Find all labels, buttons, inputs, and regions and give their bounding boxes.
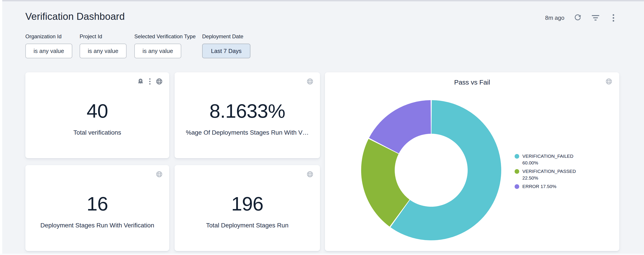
kebab-dots	[149, 78, 150, 85]
kpi-label: Deployment Stages Run With Verification	[25, 222, 169, 229]
globe-icon[interactable]	[156, 78, 163, 85]
kpi-label: Total verifications	[25, 129, 169, 136]
verification-dashboard: Verification Dashboard 8m ago Organizati…	[0, 0, 644, 255]
refresh-icon[interactable]	[573, 13, 582, 22]
kpi-value: 16	[25, 194, 169, 214]
filter-label: Organization Id	[25, 33, 72, 40]
kebab-menu-icon[interactable]	[609, 13, 618, 22]
tile-total-deployment-stages-run: 196 Total Deployment Stages Run	[174, 165, 320, 251]
kpi-value: 40	[25, 101, 169, 121]
filter-deployment-date: Deployment Date Last 7 Days	[202, 33, 250, 58]
kpi-label: %age Of Deployments Stages Run With V…	[174, 129, 320, 136]
top-divider	[0, 0, 644, 1]
tile-icons	[306, 170, 314, 178]
tile-total-verifications: 40 Total verifications	[25, 72, 169, 158]
filter-icon-bars	[592, 15, 599, 21]
header-actions: 8m ago	[545, 13, 618, 23]
filter-label: Deployment Date	[202, 33, 250, 40]
filter-selected-verification-type: Selected Verification Type is any value	[134, 33, 196, 58]
kpi-value: 8.1633%	[174, 101, 320, 121]
filter-value-organization-id[interactable]: is any value	[25, 44, 72, 58]
last-refresh-time: 8m ago	[545, 15, 564, 21]
legend-swatch	[514, 184, 519, 189]
filter-value-selected-verification-type[interactable]: is any value	[134, 44, 181, 58]
legend-item-verification-failed[interactable]: VERIFICATION_FAILED 60.00%	[514, 153, 576, 166]
left-edge-strip	[0, 0, 2, 255]
kpi-value: 196	[174, 194, 320, 214]
globe-icon[interactable]	[156, 170, 163, 178]
kebab-dots	[613, 14, 614, 22]
filter-organization-id: Organization Id is any value	[25, 33, 72, 58]
chart-legend: VERIFICATION_FAILED 60.00% VERIFICATION_…	[514, 153, 576, 190]
tile-icons	[306, 78, 314, 85]
filter-icon[interactable]	[591, 13, 600, 22]
legend-label: VERIFICATION_PASSED 22.50%	[522, 168, 576, 181]
alert-bell-icon[interactable]	[137, 78, 144, 85]
bottom-edge-strip	[0, 254, 644, 255]
kpi-label: Total Deployment Stages Run	[174, 222, 320, 229]
legend-label: ERROR 17.50%	[522, 183, 576, 190]
globe-icon[interactable]	[306, 170, 314, 178]
legend-swatch	[514, 154, 519, 159]
filter-label: Selected Verification Type	[134, 33, 196, 40]
filter-value-project-id[interactable]: is any value	[80, 44, 126, 58]
tile-icons	[137, 78, 163, 85]
legend-swatch	[514, 169, 519, 174]
legend-item-error[interactable]: ERROR 17.50%	[514, 183, 576, 190]
page-title: Verification Dashboard	[25, 11, 125, 22]
filter-project-id: Project Id is any value	[80, 33, 126, 58]
legend-label: VERIFICATION_FAILED 60.00%	[522, 153, 576, 166]
legend-item-verification-passed[interactable]: VERIFICATION_PASSED 22.50%	[514, 168, 576, 181]
tile-stages-run-with-verification: 16 Deployment Stages Run With Verificati…	[25, 165, 169, 251]
globe-icon[interactable]	[306, 78, 314, 85]
filter-label: Project Id	[80, 33, 126, 40]
tile-percent-stages-with-verification: 8.1633% %age Of Deployments Stages Run W…	[174, 72, 320, 158]
filter-value-deployment-date[interactable]: Last 7 Days	[202, 44, 250, 58]
tile-icons	[156, 170, 163, 178]
tile-kebab-menu-icon[interactable]	[148, 78, 152, 85]
tile-pass-vs-fail: Pass vs Fail VERIFICATION_FAILED 60.00% …	[325, 72, 619, 251]
